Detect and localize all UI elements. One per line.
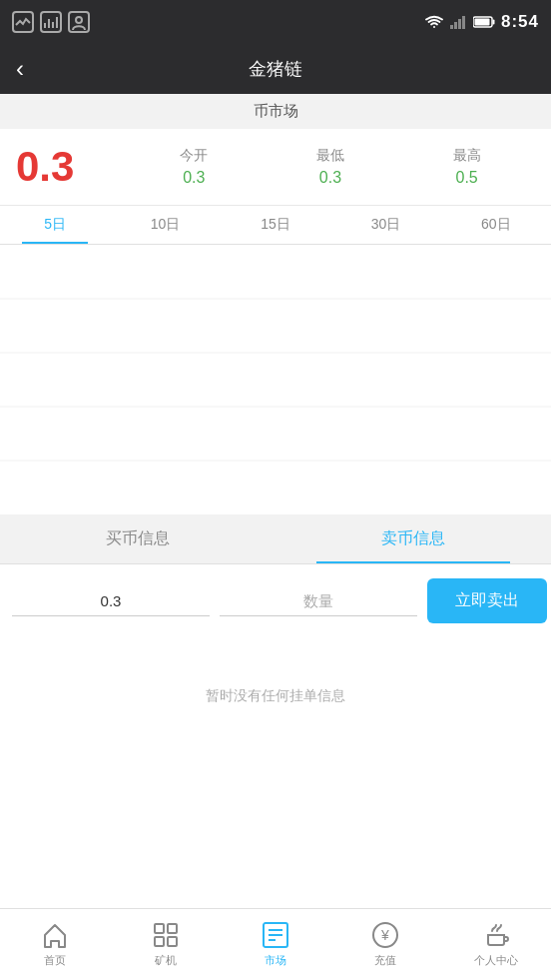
app-icon-3 xyxy=(68,11,90,33)
date-tabs: 5日 10日 15日 30日 60日 xyxy=(0,206,551,245)
bottom-nav: 首页 矿机 市场 ¥ 充值 xyxy=(0,908,551,980)
sell-tab[interactable]: 卖币信息 xyxy=(276,514,551,563)
nav-label-topup: 充值 xyxy=(374,953,396,968)
nav-item-home[interactable]: 首页 xyxy=(0,915,110,974)
signal-icon xyxy=(449,15,467,29)
empty-orders: 暂时没有任何挂单信息 xyxy=(0,647,551,735)
svg-rect-21 xyxy=(168,924,177,933)
svg-rect-22 xyxy=(155,937,164,946)
svg-rect-9 xyxy=(454,22,457,29)
price-info-row: 0.3 今开 0.3 最低 0.3 最高 0.5 xyxy=(0,129,551,206)
empty-orders-text: 暂时没有任何挂单信息 xyxy=(206,687,345,703)
stat-label-today-open: 今开 xyxy=(180,147,208,165)
home-icon xyxy=(41,921,69,949)
svg-rect-13 xyxy=(492,20,494,25)
person-icon xyxy=(482,921,510,949)
nav-item-miner[interactable]: 矿机 xyxy=(110,915,220,974)
date-tab-60[interactable]: 60日 xyxy=(441,206,551,244)
nav-item-topup[interactable]: ¥ 充值 xyxy=(330,915,440,974)
status-icons-right: 8:54 xyxy=(425,12,539,32)
app-icon-2 xyxy=(40,11,62,33)
app-icon-1 xyxy=(12,11,34,33)
nav-label-miner: 矿机 xyxy=(155,953,177,968)
grid-icon xyxy=(152,921,180,949)
date-tab-15[interactable]: 15日 xyxy=(221,206,330,244)
trade-form: 立即卖出 xyxy=(0,564,551,637)
yen-icon: ¥ xyxy=(371,921,399,949)
date-tab-30[interactable]: 30日 xyxy=(330,206,440,244)
wifi-icon xyxy=(425,15,443,29)
header: ‹ 金猪链 xyxy=(0,44,551,94)
header-title: 金猪链 xyxy=(249,57,302,81)
sell-button[interactable]: 立即卖出 xyxy=(427,578,547,623)
svg-text:¥: ¥ xyxy=(381,927,390,943)
svg-rect-14 xyxy=(474,19,489,26)
svg-rect-11 xyxy=(462,16,465,29)
stat-label-low: 最低 xyxy=(316,147,344,165)
nav-label-home: 首页 xyxy=(44,953,66,968)
stat-label-high: 最高 xyxy=(453,147,481,165)
status-bar: 8:54 xyxy=(0,0,551,44)
back-button[interactable]: ‹ xyxy=(16,57,24,81)
svg-rect-10 xyxy=(458,19,461,29)
svg-point-7 xyxy=(76,17,82,23)
chart-area xyxy=(0,245,551,514)
current-price: 0.3 xyxy=(16,143,126,191)
nav-label-market: 市场 xyxy=(265,953,286,968)
stat-value-high: 0.5 xyxy=(456,169,478,187)
quantity-input[interactable] xyxy=(220,586,417,616)
stat-low: 最低 0.3 xyxy=(316,147,344,187)
nav-item-market[interactable]: 市场 xyxy=(221,915,330,974)
nav-item-profile[interactable]: 个人中心 xyxy=(441,915,551,974)
stat-value-low: 0.3 xyxy=(319,169,341,187)
price-chart xyxy=(0,245,551,514)
status-icons-left xyxy=(12,11,90,33)
date-tab-5[interactable]: 5日 xyxy=(0,206,110,244)
svg-rect-23 xyxy=(168,937,177,946)
date-tab-10[interactable]: 10日 xyxy=(110,206,220,244)
buy-tab[interactable]: 买币信息 xyxy=(0,514,276,563)
nav-label-profile: 个人中心 xyxy=(474,953,518,968)
price-input[interactable] xyxy=(12,586,210,616)
stat-today-open: 今开 0.3 xyxy=(180,147,208,187)
stat-high: 最高 0.5 xyxy=(453,147,481,187)
trade-tabs: 买币信息 卖币信息 xyxy=(0,514,551,564)
time-display: 8:54 xyxy=(501,12,539,32)
battery-icon xyxy=(473,16,495,28)
svg-rect-15 xyxy=(0,245,551,514)
svg-rect-8 xyxy=(450,25,453,29)
svg-rect-20 xyxy=(155,924,164,933)
stat-value-today-open: 0.3 xyxy=(183,169,205,187)
price-stats: 今开 0.3 最低 0.3 最高 0.5 xyxy=(126,147,535,187)
list-icon xyxy=(262,921,289,949)
section-label: 币市场 xyxy=(0,94,551,129)
